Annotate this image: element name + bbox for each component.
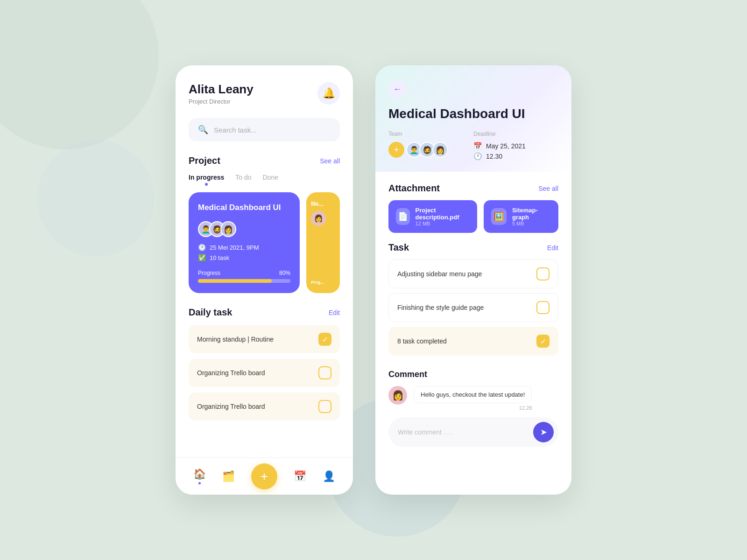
clock-icon: 🕐	[198, 244, 206, 251]
search-icon: 🔍	[198, 125, 208, 135]
add-member-button[interactable]: +	[388, 142, 404, 158]
deadline-col: Deadline 📅 May 25, 2021 🕐 12.30	[473, 131, 526, 161]
detail-task-edit[interactable]: Edit	[547, 244, 558, 252]
time-icon: 🕐	[473, 152, 482, 161]
attach-doc-icon: 📄	[396, 208, 410, 225]
deadline-time: 12.30	[486, 153, 502, 160]
fab-add-button[interactable]: +	[251, 463, 277, 490]
user-role: Project Director	[189, 98, 254, 105]
send-button[interactable]: ➤	[533, 422, 554, 442]
deadline-date: May 25, 2021	[486, 142, 526, 150]
daily-task-section: Daily task Edit Morning standup | Routin…	[189, 307, 340, 448]
detail-task-section: Task Edit Adjusting sidebar menu page Fi…	[388, 242, 558, 360]
main-project-card[interactable]: Medical Dashboard UI 👨‍🦱 🧔 👩 🕐 25 Mei 20…	[189, 192, 300, 293]
comment-time-0: 12.28	[414, 405, 532, 411]
deadline-info: 📅 May 25, 2021 🕐 12.30	[473, 142, 526, 161]
detail-check-1[interactable]	[536, 301, 550, 314]
comment-input-row[interactable]: Write comment . . . ➤	[388, 417, 558, 447]
project-card-meta: 🕐 25 Mei 2021, 9PM ✅ 10 task	[198, 244, 290, 261]
calendar-icon: 📅	[473, 142, 482, 150]
left-phone-card: Alita Leany Project Director 🔔 🔍 Search …	[176, 65, 353, 495]
task-check-2[interactable]	[318, 400, 331, 413]
daily-task-header: Daily task Edit	[189, 307, 340, 318]
detail-task-title: Task	[388, 242, 409, 253]
deadline-label: Deadline	[473, 131, 526, 137]
team-avatar-3: 👩	[432, 142, 448, 158]
meta-tasks-text: 10 task	[210, 254, 229, 261]
nav-profile[interactable]: 👤	[323, 470, 335, 483]
comment-avatar-0: 👩	[388, 386, 407, 405]
task-item-0[interactable]: Morning standup | Routine ✓	[189, 325, 340, 353]
comment-text-0: Hello guys, checkout the latest update!	[414, 386, 532, 403]
progress-bar-fill	[198, 279, 272, 283]
attach-size-1: 5 MB	[512, 221, 551, 226]
detail-task-text-2: 8 task completed	[397, 337, 447, 345]
nav-home[interactable]: 🏠	[193, 468, 206, 484]
detail-task-item-0[interactable]: Adjusting sidebar menu page	[388, 259, 558, 288]
right-card-body: Attachment See all 📄 Project description…	[375, 172, 571, 495]
detail-task-item-2[interactable]: 8 task completed ✓	[388, 327, 558, 356]
project-tabs: In progress To do Done	[189, 174, 340, 183]
project-title: Project	[189, 155, 220, 166]
comment-input[interactable]: Write comment . . .	[398, 428, 528, 436]
progress-section: Progress 80%	[198, 270, 290, 283]
detail-task-item-1[interactable]: Finishing the style guide page	[388, 293, 558, 322]
project-detail-title: Medical Dashboard UI	[388, 106, 558, 121]
task-item-1[interactable]: Organizing Trello board	[189, 359, 340, 387]
bottom-nav: 🏠 🗂️ + 📅 👤	[176, 457, 353, 495]
deadline-time-row: 🕐 12.30	[473, 152, 526, 161]
project-see-all[interactable]: See all	[320, 157, 340, 165]
task-check-1[interactable]	[318, 366, 331, 379]
detail-task-section-header: Task Edit	[388, 242, 558, 253]
side-card-title: Me...	[311, 201, 335, 207]
attach-img-icon: 🖼️	[491, 208, 507, 225]
progress-label: Progress	[198, 270, 220, 276]
side-card-prog: Prog...	[311, 280, 335, 285]
avatar-3: 👩	[220, 221, 236, 237]
tab-to-do[interactable]: To do	[235, 174, 251, 183]
progress-bar-bg	[198, 279, 290, 283]
search-bar[interactable]: 🔍 Search task...	[189, 118, 340, 141]
tab-done[interactable]: Done	[263, 174, 278, 183]
back-button[interactable]: ←	[388, 80, 406, 98]
bell-icon: 🔔	[323, 87, 335, 99]
comment-item-0: 👩 Hello guys, checkout the latest update…	[388, 386, 558, 411]
task-item-text-1: Organizing Trello board	[197, 369, 265, 377]
bg-blob-3	[37, 140, 154, 257]
attach-size-0: 12 MB	[416, 221, 470, 226]
comment-content-0: Hello guys, checkout the latest update! …	[414, 386, 532, 411]
meta-tasks: ✅ 10 task	[198, 254, 290, 261]
task-item-text-2: Organizing Trello board	[197, 403, 265, 410]
nav-briefcase[interactable]: 🗂️	[222, 470, 235, 483]
attachment-card-1[interactable]: 🖼️ Sitemap-graph 5 MB	[484, 200, 558, 233]
detail-meta-row: Team + 👨‍🦱 🧔 👩 Deadline 📅 May 25, 2021	[388, 131, 558, 161]
team-avatars: + 👨‍🦱 🧔 👩	[388, 142, 445, 158]
detail-check-0[interactable]	[536, 267, 550, 280]
task-check-0[interactable]: ✓	[318, 333, 331, 346]
nav-home-dot	[198, 482, 201, 484]
right-card-header: ← Medical Dashboard UI Team + 👨‍🦱 🧔 👩 De…	[375, 65, 571, 172]
attachment-card-0[interactable]: 📄 Project description.pdf 12 MB	[388, 200, 477, 233]
attachment-see-all[interactable]: See all	[538, 185, 558, 192]
nav-calendar[interactable]: 📅	[294, 470, 306, 483]
attach-info-1: Sitemap-graph 5 MB	[512, 207, 551, 226]
task-item-2[interactable]: Organizing Trello board	[189, 392, 340, 420]
meta-deadline: 🕐 25 Mei 2021, 9PM	[198, 244, 290, 251]
detail-task-text-1: Finishing the style guide page	[397, 304, 484, 311]
tab-in-progress[interactable]: In progress	[189, 174, 224, 183]
main-project-title: Medical Dashboard UI	[198, 203, 290, 213]
user-name: Alita Leany	[189, 82, 254, 97]
attach-name-1: Sitemap-graph	[512, 207, 551, 221]
task-item-text-0: Morning standup | Routine	[197, 336, 274, 343]
progress-pct: 80%	[279, 270, 290, 276]
project-avatar-group: 👨‍🦱 🧔 👩	[198, 221, 290, 237]
notification-button[interactable]: 🔔	[317, 82, 340, 105]
attachment-section: Attachment See all 📄 Project description…	[388, 183, 558, 233]
attachment-title: Attachment	[388, 183, 440, 194]
side-project-card[interactable]: Me... 👩 Prog...	[306, 192, 340, 293]
left-header: Alita Leany Project Director 🔔	[189, 82, 340, 105]
detail-check-2[interactable]: ✓	[536, 335, 550, 348]
comment-title: Comment	[388, 370, 558, 379]
detail-task-text-0: Adjusting sidebar menu page	[397, 270, 482, 278]
daily-task-edit[interactable]: Edit	[329, 309, 340, 316]
